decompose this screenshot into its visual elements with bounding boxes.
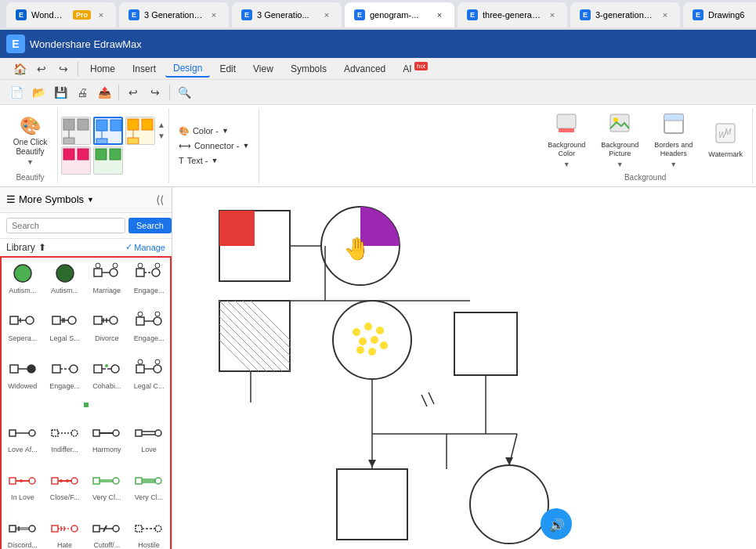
menu-advanced[interactable]: Advanced (336, 61, 393, 77)
theme-scroll-down[interactable]: ▼ (157, 132, 165, 140)
menu-symbols[interactable]: Symbols (283, 61, 335, 77)
symbol-in-love[interactable]: In Love (2, 464, 44, 512)
symbol-autism-dark[interactable]: Autism... (44, 258, 86, 305)
export-button[interactable]: 📤 (94, 82, 114, 103)
widowed-icon (7, 357, 38, 381)
connector-style-button[interactable]: ⟷ Connector - ▼ (175, 139, 252, 153)
tab-3gen[interactable]: E 3-generation-f... × (570, 2, 680, 27)
symbol-love-affair[interactable]: Love Af... (2, 417, 44, 464)
tab-edrawmax[interactable]: E Wondershare EdrawMax Pro × (6, 2, 116, 27)
background-group: BackgroundColor ▼ BackgroundPicture ▼ (538, 108, 753, 183)
canvas-area[interactable]: 🤚 (172, 187, 756, 549)
tab-close-edrawmax[interactable]: × (96, 10, 107, 20)
tab-three[interactable]: E three-generati... × (458, 2, 567, 27)
symbol-divorce[interactable]: Divorce (86, 305, 128, 353)
menu-insert[interactable]: Insert (125, 61, 164, 77)
theme-2-active[interactable] (93, 117, 123, 145)
text-style-button[interactable]: T Text - ▼ (175, 154, 252, 167)
symbol-widowed[interactable]: Widowed (2, 353, 44, 401)
more-symbols-title[interactable]: ☰ More Symbols ▼ (6, 193, 94, 205)
library-collapse-icon[interactable]: ⬆ (38, 242, 46, 253)
tab-gen1[interactable]: E 3 Generation G... × (119, 2, 229, 27)
open-button[interactable]: 📂 (28, 82, 49, 103)
svg-point-142 (364, 323, 372, 330)
symbol-indiff[interactable]: Indiffer... (44, 417, 86, 464)
symbol-cutoff[interactable]: Cutoff/... (86, 512, 128, 549)
redo-button[interactable]: ↪ (53, 59, 74, 79)
redo-toolbar-button[interactable]: ↪ (145, 82, 165, 103)
save-button[interactable]: 💾 (50, 82, 71, 103)
tab-gen2[interactable]: E 3 Generatio... × (232, 2, 342, 27)
borders-headers-button[interactable]: Borders andHeaders ▼ (648, 110, 699, 172)
undo-button[interactable]: ↩ (31, 59, 52, 79)
symbol-very-cl1[interactable]: Very Cl... (86, 464, 128, 512)
theme-1[interactable] (61, 117, 91, 145)
gen3-left-node[interactable] (337, 434, 447, 540)
new-file-button[interactable]: 📄 (6, 82, 27, 103)
hate-label: Hate (46, 541, 84, 549)
symbol-marriage[interactable]: Marriage (86, 258, 128, 305)
symbol-close-f[interactable]: Close/F... (44, 464, 86, 512)
background-picture-icon (609, 113, 631, 139)
background-picture-button[interactable]: BackgroundPicture ▼ (595, 110, 645, 172)
background-color-button[interactable]: BackgroundColor ▼ (541, 110, 591, 172)
manage-button[interactable]: ✓ Manage (125, 242, 165, 252)
gen1-left-node[interactable] (219, 211, 290, 281)
one-click-beautify-button[interactable]: 🎨 One ClickBeautify ▼ (12, 110, 49, 172)
symbol-love[interactable]: Love (128, 417, 170, 464)
symbol-engage3[interactable]: Engage... (44, 353, 86, 401)
symbol-discord[interactable]: Discord... (2, 512, 44, 549)
gen3-right-node[interactable] (470, 434, 548, 544)
svg-rect-26 (664, 114, 683, 121)
search-input[interactable] (6, 218, 125, 233)
tab-close-gen1[interactable]: × (208, 10, 219, 20)
home-nav-icon[interactable]: 🏠 (9, 59, 30, 79)
symbol-hate[interactable]: Hate (44, 512, 86, 549)
symbol-engage1[interactable]: Engage... (128, 258, 170, 305)
panel-collapse-button[interactable]: ⟨⟨ (154, 192, 165, 208)
search-button[interactable]: Search (128, 218, 172, 233)
borders-icon (663, 113, 685, 139)
zoom-button[interactable]: 🔍 (174, 82, 194, 103)
tab-close-genogram[interactable]: × (434, 10, 445, 20)
tab-close-3gen[interactable]: × (660, 10, 671, 20)
symbol-engage2[interactable]: Engage... (128, 305, 170, 353)
symbol-grid: Autism... Autism... (0, 256, 172, 549)
print-button[interactable]: 🖨 (72, 82, 92, 103)
symbol-legal-c[interactable]: Legal C... (128, 353, 170, 401)
menu-home[interactable]: Home (82, 61, 123, 77)
symbol-very-cl2[interactable]: Very Cl... (128, 464, 170, 512)
tab-drawing6[interactable]: E Drawing6 (683, 2, 756, 27)
gen2-middle-node[interactable] (333, 301, 411, 379)
svg-point-31 (14, 265, 31, 282)
menu-edit[interactable]: Edit (212, 61, 244, 77)
theme-3[interactable] (125, 117, 155, 145)
svg-rect-149 (454, 312, 517, 375)
gen1-right-node[interactable]: 🤚 (321, 207, 400, 285)
watermark-button[interactable]: W M Watermark (702, 119, 749, 162)
tab-close-three[interactable]: × (547, 10, 558, 20)
menu-view[interactable]: View (245, 61, 281, 77)
gen2-left-node[interactable] (219, 301, 290, 371)
gen2-right-node[interactable] (454, 312, 517, 375)
color-style-button[interactable]: 🎨 Color - ▼ (175, 125, 252, 138)
legal-sep-label: Legal S... (46, 334, 84, 342)
symbols-dropdown-icon: ▼ (87, 196, 94, 204)
svg-point-76 (155, 359, 160, 364)
theme-5[interactable] (93, 146, 123, 175)
tab-close-gen2[interactable]: × (321, 10, 332, 20)
svg-rect-108 (9, 526, 16, 532)
symbol-autism-green[interactable]: Autism... (2, 258, 44, 305)
symbol-separation[interactable]: Sepera... (2, 305, 44, 353)
theme-scroll-up[interactable]: ▲ (157, 121, 165, 129)
symbol-harmony[interactable]: Harmony (86, 417, 128, 464)
symbol-hostile[interactable]: Hostile (128, 512, 170, 549)
main-content: ☰ More Symbols ▼ ⟨⟨ Search Library ⬆ ✓ M… (0, 187, 756, 549)
theme-4[interactable] (61, 146, 91, 175)
undo-toolbar-button[interactable]: ↩ (123, 82, 143, 103)
symbol-cohabit[interactable]: Cohabi... (86, 353, 128, 401)
menu-design[interactable]: Design (165, 60, 210, 78)
symbol-legal-sep[interactable]: Legal S... (44, 305, 86, 353)
tab-genogram[interactable]: E genogram-... × (345, 2, 454, 27)
menu-ai[interactable]: AI hot (395, 60, 436, 77)
